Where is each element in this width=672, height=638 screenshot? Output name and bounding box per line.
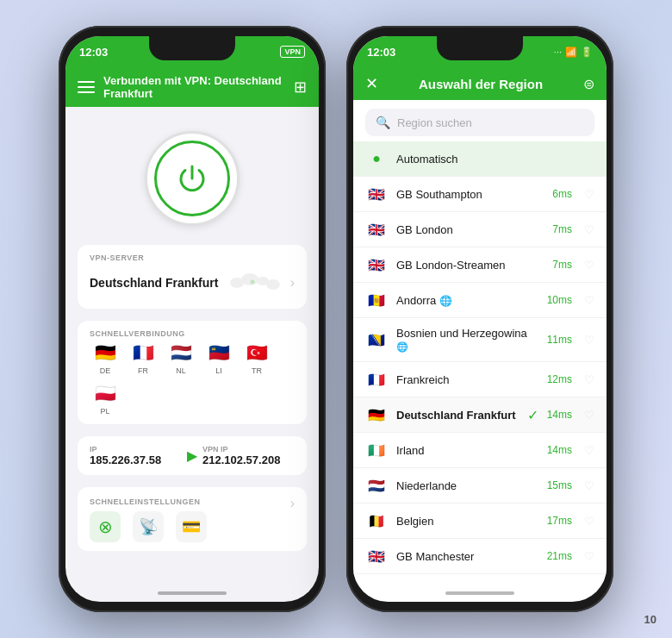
chevron-right-icon: › xyxy=(290,275,295,291)
irland-flag: 🇮🇪 xyxy=(365,441,388,459)
niederlande-ms: 15ms xyxy=(547,479,572,491)
flag-li[interactable]: 🇱🇮 LI xyxy=(203,341,234,375)
right-status-icons: ··· 📶 🔋 xyxy=(554,47,593,58)
gb-london-name: GB London xyxy=(396,223,544,236)
search-input[interactable]: Region suchen xyxy=(397,116,472,129)
region-irland[interactable]: 🇮🇪 Irland 14ms ♡ xyxy=(353,433,607,468)
belgien-heart[interactable]: ♡ xyxy=(584,515,594,528)
quick-settings-label: SCHNELLEINSTELLUNGEN xyxy=(90,497,201,506)
quick-connect-card: SCHNELLVERBINDUNG 🇩🇪 DE 🇫🇷 FR 🇳🇱 NL xyxy=(78,321,307,424)
ip-row: IP 185.226.37.58 ▶ VPN IP 212.102.57.208 xyxy=(90,445,295,466)
left-content: VPN-SERVER Deutschland Frankfurt › SCHNE… xyxy=(65,107,319,585)
region-deutschland[interactable]: 🇩🇪 Deutschland Frankfurt ✓ 14ms ♡ xyxy=(353,397,607,433)
left-screen: 12:03 VPN Verbunden mit VPN: Deutschland… xyxy=(65,36,319,602)
left-header: Verbunden mit VPN: Deutschland Frankfurt… xyxy=(65,67,319,107)
right-phone: 12:03 ··· 📶 🔋 ✕ Auswahl der Region ⊜ 🔍 R… xyxy=(346,26,613,612)
right-home-indicator xyxy=(353,585,607,602)
gb-manchester-flag: 🇬🇧 xyxy=(365,547,388,565)
irland-heart[interactable]: ♡ xyxy=(584,444,594,457)
region-gb-southampton[interactable]: 🇬🇧 GB Southampton 6ms ♡ xyxy=(353,177,607,212)
vpn-ip-block: VPN IP 212.102.57.208 xyxy=(202,445,295,466)
power-button[interactable] xyxy=(145,131,240,226)
andorra-heart[interactable]: ♡ xyxy=(584,294,594,307)
bosnien-heart[interactable]: ♡ xyxy=(584,334,594,347)
bosnien-name: Bosnien und Herzegowina 🌐 xyxy=(396,327,538,353)
search-icon: 🔍 xyxy=(376,116,390,129)
region-andorra[interactable]: 🇦🇩 Andorra 🌐 10ms ♡ xyxy=(353,283,607,318)
gb-manchester-heart[interactable]: ♡ xyxy=(584,550,594,563)
deutschland-name: Deutschland Frankfurt xyxy=(396,409,519,422)
router-icon[interactable]: 📡 xyxy=(133,511,164,542)
gb-london-heart[interactable]: ♡ xyxy=(584,223,594,236)
flag-nl[interactable]: 🇳🇱 NL xyxy=(165,341,196,375)
bosnien-ms: 11ms xyxy=(547,334,572,346)
ip-block: IP 185.226.37.58 xyxy=(90,445,182,466)
flag-pl[interactable]: 🇵🇱 PL xyxy=(90,382,121,416)
region-gb-london-stream[interactable]: 🇬🇧 GB London-Streamen 7ms ♡ xyxy=(353,247,607,283)
filter-icon[interactable]: ⊜ xyxy=(583,76,594,92)
vpn-server-row: Deutschland Frankfurt › xyxy=(90,266,295,300)
auto-name: Automatisch xyxy=(396,153,594,166)
region-belgien[interactable]: 🇧🇪 Belgien 17ms ♡ xyxy=(353,504,607,539)
search-bar[interactable]: 🔍 Region suchen xyxy=(365,109,594,136)
deutschland-heart[interactable]: ♡ xyxy=(584,409,594,422)
right-time: 12:03 xyxy=(367,46,395,59)
andorra-flag: 🇦🇩 xyxy=(365,291,388,309)
gb-london-stream-heart[interactable]: ♡ xyxy=(584,259,594,272)
killswitch-icon[interactable]: ⊗ xyxy=(90,511,121,542)
niederlande-name: Niederlande xyxy=(396,479,538,492)
deutschland-ms: 14ms xyxy=(547,409,572,421)
close-button[interactable]: ✕ xyxy=(365,74,378,93)
vpn-server-name: Deutschland Frankfurt xyxy=(90,276,218,290)
irland-name: Irland xyxy=(396,444,538,457)
andorra-ms: 10ms xyxy=(547,294,572,306)
grid-icon[interactable]: ⊞ xyxy=(294,78,307,97)
niederlande-heart[interactable]: ♡ xyxy=(584,479,594,492)
left-home-indicator xyxy=(65,585,319,602)
settings-icons-row: ⊗ 📡 💳 xyxy=(90,511,295,542)
gb-southampton-name: GB Southampton xyxy=(396,188,544,201)
gb-london-ms: 7ms xyxy=(552,223,572,235)
region-bosnien[interactable]: 🇧🇦 Bosnien und Herzegowina 🌐 11ms ♡ xyxy=(353,318,607,362)
region-gb-manchester[interactable]: 🇬🇧 GB Manchester 21ms ♡ xyxy=(353,539,607,574)
flag-fr[interactable]: 🇫🇷 FR xyxy=(128,341,159,375)
card-icon[interactable]: 💳 xyxy=(176,511,207,542)
region-gb-london[interactable]: 🇬🇧 GB London 7ms ♡ xyxy=(353,212,607,247)
svg-point-3 xyxy=(266,279,280,290)
gb-london-stream-flag: 🇬🇧 xyxy=(365,256,388,273)
flag-de[interactable]: 🇩🇪 DE xyxy=(90,341,121,375)
irland-ms: 14ms xyxy=(547,444,572,456)
left-header-title: Verbunden mit VPN: Deutschland Frankfurt xyxy=(103,74,285,100)
gb-manchester-ms: 21ms xyxy=(547,550,572,562)
power-icon xyxy=(175,161,209,196)
left-status-bar: 12:03 VPN xyxy=(65,36,319,67)
vpn-server-label: VPN-SERVER xyxy=(90,253,295,262)
left-status-icons: VPN xyxy=(280,46,305,58)
left-notch xyxy=(149,36,235,60)
svg-point-1 xyxy=(241,273,258,285)
right-header: ✕ Auswahl der Region ⊜ xyxy=(353,67,607,100)
belgien-ms: 17ms xyxy=(547,515,572,527)
power-inner xyxy=(154,141,230,216)
frankreich-ms: 12ms xyxy=(547,373,572,385)
region-auto[interactable]: ● Automatisch xyxy=(353,141,607,177)
frankreich-heart[interactable]: ♡ xyxy=(584,373,594,386)
gb-southampton-heart[interactable]: ♡ xyxy=(584,188,594,201)
right-status-bar: 12:03 ··· 📶 🔋 xyxy=(353,36,607,67)
vpn-ip-value: 212.102.57.208 xyxy=(202,453,295,466)
right-header-title: Auswahl der Region xyxy=(387,77,575,91)
gb-southampton-flag: 🇬🇧 xyxy=(365,185,388,203)
svg-point-4 xyxy=(251,280,255,285)
belgien-name: Belgien xyxy=(396,515,538,528)
world-map xyxy=(220,266,289,300)
region-niederlande[interactable]: 🇳🇱 Niederlande 15ms ♡ xyxy=(353,468,607,504)
hamburger-icon[interactable] xyxy=(78,81,95,93)
right-screen: 12:03 ··· 📶 🔋 ✕ Auswahl der Region ⊜ 🔍 R… xyxy=(353,36,607,602)
andorra-name: Andorra 🌐 xyxy=(396,294,538,307)
vpn-badge: VPN xyxy=(280,46,305,58)
right-notch xyxy=(437,36,523,60)
region-frankreich[interactable]: 🇫🇷 Frankreich 12ms ♡ xyxy=(353,362,607,397)
ip-value: 185.226.37.58 xyxy=(90,453,182,466)
flag-tr[interactable]: 🇹🇷 TR xyxy=(241,341,272,375)
region-isle-of-man[interactable]: 🇮🇲 Isle of Man 🌐 21ms ♡ xyxy=(353,574,607,585)
